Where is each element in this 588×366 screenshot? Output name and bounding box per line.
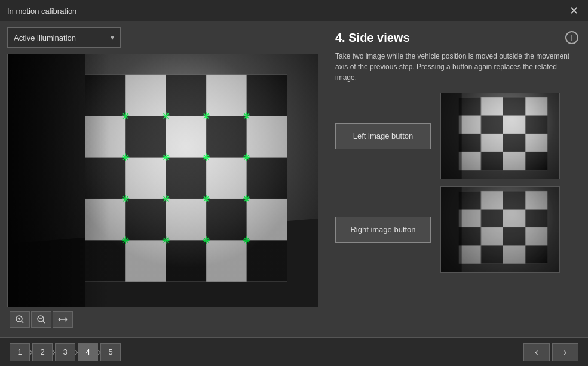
- camera-canvas: [8, 54, 318, 307]
- toolbar: [7, 307, 318, 331]
- info-icon[interactable]: i: [565, 31, 578, 44]
- chevron-down-icon: ▾: [111, 33, 114, 42]
- step-item-2: 2: [32, 343, 53, 361]
- right-image-row: Right image button: [335, 186, 578, 273]
- step-header: 4. Side views i: [335, 31, 578, 45]
- dialog-title: In motion calibration: [7, 7, 76, 16]
- prev-button[interactable]: ‹: [523, 343, 550, 361]
- step-2[interactable]: 2: [32, 343, 53, 361]
- dialog: In motion calibration ✕ Active illuminat…: [0, 0, 588, 366]
- side-views-area: Left image button Right image button: [335, 93, 578, 331]
- step-item-5: 5: [100, 343, 121, 361]
- fit-button[interactable]: [53, 311, 73, 328]
- camera-view: [7, 54, 318, 307]
- left-panel: Active illumination ▾: [0, 21, 326, 337]
- zoom-in-button[interactable]: [10, 311, 30, 328]
- zoom-in-icon: [15, 315, 24, 324]
- zoom-out-button[interactable]: [31, 311, 51, 328]
- left-thumbnail-canvas: [441, 93, 559, 179]
- right-panel: 4. Side views i Take two image while the…: [326, 21, 588, 337]
- svg-line-3: [22, 321, 23, 323]
- footer: 1 › 2 › 3 › 4 › 5: [0, 337, 588, 366]
- step-nav: 1 › 2 › 3 › 4 › 5: [10, 343, 121, 361]
- step-description: Take two image while the vehicle positio…: [335, 51, 578, 83]
- zoom-out-icon: [36, 315, 46, 324]
- svg-line-6: [43, 321, 45, 323]
- step-title: 4. Side views: [335, 31, 410, 45]
- step-5[interactable]: 5: [100, 343, 121, 361]
- chevron-right-icon: ›: [29, 346, 33, 358]
- close-button[interactable]: ✕: [567, 3, 581, 19]
- left-thumbnail: [440, 93, 560, 179]
- right-image-button[interactable]: Right image button: [335, 217, 431, 243]
- fit-icon: [58, 315, 68, 324]
- right-thumbnail-canvas: [441, 187, 559, 272]
- right-thumbnail: [440, 186, 560, 273]
- chevron-right-icon-2: ›: [52, 346, 56, 358]
- chevron-right-icon-4: ›: [97, 346, 101, 358]
- chevron-right-icon-3: ›: [75, 346, 78, 358]
- step-4[interactable]: 4: [78, 343, 98, 361]
- step-item-3: 3: [55, 343, 75, 361]
- title-bar: In motion calibration ✕: [0, 0, 588, 21]
- step-1[interactable]: 1: [10, 343, 30, 361]
- left-image-button[interactable]: Left image button: [335, 123, 431, 149]
- step-3[interactable]: 3: [55, 343, 75, 361]
- step-item-1: 1: [10, 343, 30, 361]
- main-content: Active illumination ▾: [0, 21, 588, 337]
- dropdown-row: Active illumination ▾: [7, 27, 318, 48]
- next-button[interactable]: ›: [552, 343, 578, 361]
- nav-buttons: ‹ ›: [523, 343, 578, 361]
- illumination-dropdown[interactable]: Active illumination ▾: [7, 27, 121, 48]
- step-item-4: 4: [78, 343, 98, 361]
- left-image-row: Left image button: [335, 93, 578, 179]
- dropdown-label: Active illumination: [14, 33, 76, 42]
